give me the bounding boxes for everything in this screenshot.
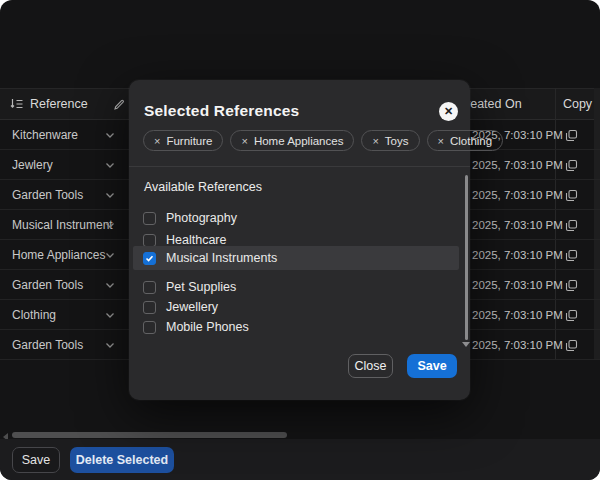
modal-scrollbar[interactable] bbox=[465, 175, 468, 340]
reference-cell: Jewlery bbox=[12, 150, 53, 179]
tag-label: Home Appliances bbox=[254, 135, 344, 147]
chevron-down-icon[interactable] bbox=[104, 339, 116, 351]
reference-cell: Clothing bbox=[12, 300, 56, 329]
reference-column-header[interactable]: Reference bbox=[10, 89, 88, 119]
section-divider bbox=[129, 166, 470, 167]
scroll-down-arrow-icon[interactable] bbox=[462, 342, 470, 347]
tag-label: Toys bbox=[385, 135, 409, 147]
reference-cell: Musical Instrument bbox=[12, 210, 113, 239]
close-icon[interactable]: ✕ bbox=[439, 102, 458, 121]
copy-icon[interactable] bbox=[563, 307, 579, 323]
reference-cell: Home Appliances bbox=[12, 240, 105, 269]
chevron-down-icon[interactable] bbox=[104, 189, 116, 201]
available-references-heading: Available References bbox=[144, 180, 262, 194]
modal-close-button[interactable]: Close bbox=[348, 354, 393, 378]
option-jewellery[interactable]: Jewellery bbox=[133, 297, 459, 317]
created-on-cell: 2025, 7:03:10 PM bbox=[472, 210, 563, 239]
option-label: Jewellery bbox=[166, 300, 218, 314]
reference-cell: Kitchenware bbox=[12, 120, 78, 149]
option-label: Mobile Phones bbox=[166, 320, 249, 334]
created-on-cell: 2025, 7:03:10 PM bbox=[472, 330, 563, 359]
checkbox-unchecked[interactable] bbox=[143, 321, 156, 334]
remove-tag-icon[interactable]: × bbox=[154, 135, 160, 147]
check-icon bbox=[145, 254, 154, 263]
option-label: Photography bbox=[166, 211, 237, 225]
copy-icon[interactable] bbox=[563, 217, 579, 233]
option-label: Musical Instruments bbox=[166, 251, 277, 265]
option-mobile-phones[interactable]: Mobile Phones bbox=[133, 317, 459, 337]
tag-toys[interactable]: × Toys bbox=[361, 130, 419, 151]
copy-icon[interactable] bbox=[563, 337, 579, 353]
modal-title: Selected References bbox=[144, 102, 299, 120]
created-on-cell: 2025, 7:03:10 PM bbox=[472, 300, 563, 329]
save-button[interactable]: Save bbox=[12, 447, 60, 473]
created-on-cell: 2025, 7:03:10 PM bbox=[472, 150, 563, 179]
option-label: Pet Supplies bbox=[166, 280, 236, 294]
option-photography[interactable]: Photography bbox=[133, 208, 459, 228]
tag-label: Furniture bbox=[166, 135, 212, 147]
selected-references-modal: Selected References ✕ × Furniture × Home… bbox=[129, 80, 470, 400]
created-on-cell: 2025, 7:03:10 PM bbox=[472, 240, 563, 269]
checkbox-unchecked[interactable] bbox=[143, 301, 156, 314]
reference-cell: Garden Tools bbox=[12, 270, 83, 299]
modal-save-button[interactable]: Save bbox=[407, 354, 457, 378]
checkbox-unchecked[interactable] bbox=[143, 281, 156, 294]
app-window: Reference Created On Copy Kitchenware 20… bbox=[0, 0, 600, 480]
reference-header-label: Reference bbox=[30, 97, 88, 111]
chevron-down-icon[interactable] bbox=[104, 219, 116, 231]
delete-selected-button[interactable]: Delete Selected bbox=[70, 447, 174, 473]
chevron-down-icon[interactable] bbox=[104, 129, 116, 141]
reference-cell: Garden Tools bbox=[12, 330, 83, 359]
copy-icon[interactable] bbox=[563, 247, 579, 263]
horizontal-scrollbar[interactable] bbox=[12, 432, 287, 438]
created-on-cell: 2025, 7:03:10 PM bbox=[472, 270, 563, 299]
chevron-down-icon[interactable] bbox=[104, 159, 116, 171]
option-pet-supplies[interactable]: Pet Supplies bbox=[133, 277, 459, 297]
option-label: Healthcare bbox=[166, 233, 226, 247]
remove-tag-icon[interactable]: × bbox=[241, 135, 247, 147]
sort-list-icon bbox=[10, 98, 23, 110]
chevron-down-icon[interactable] bbox=[104, 249, 116, 261]
copy-icon[interactable] bbox=[563, 157, 579, 173]
checkbox-checked[interactable] bbox=[143, 252, 156, 265]
copy-icon[interactable] bbox=[563, 277, 579, 293]
remove-tag-icon[interactable]: × bbox=[372, 135, 378, 147]
copy-icon[interactable] bbox=[563, 187, 579, 203]
copy-icon[interactable] bbox=[563, 127, 579, 143]
tag-furniture[interactable]: × Furniture bbox=[143, 130, 223, 151]
created-on-cell: 2025, 7:03:10 PM bbox=[472, 180, 563, 209]
checkbox-unchecked[interactable] bbox=[143, 212, 156, 225]
chevron-down-icon[interactable] bbox=[104, 279, 116, 291]
edit-column-button[interactable] bbox=[111, 97, 127, 113]
tag-label: Clothing bbox=[450, 135, 492, 147]
selected-tags-row: × Furniture × Home Appliances × Toys × C… bbox=[143, 130, 503, 151]
copy-header-label: Copy bbox=[563, 97, 592, 111]
option-musical-instruments[interactable]: Musical Instruments bbox=[133, 246, 459, 270]
checkbox-unchecked[interactable] bbox=[143, 234, 156, 247]
tag-clothing[interactable]: × Clothing bbox=[427, 130, 504, 151]
footer-bar: Save Delete Selected bbox=[0, 439, 600, 480]
tag-home-appliances[interactable]: × Home Appliances bbox=[230, 130, 354, 151]
remove-tag-icon[interactable]: × bbox=[438, 135, 444, 147]
pencil-icon bbox=[113, 99, 125, 111]
reference-cell: Garden Tools bbox=[12, 180, 83, 209]
chevron-down-icon[interactable] bbox=[104, 309, 116, 321]
